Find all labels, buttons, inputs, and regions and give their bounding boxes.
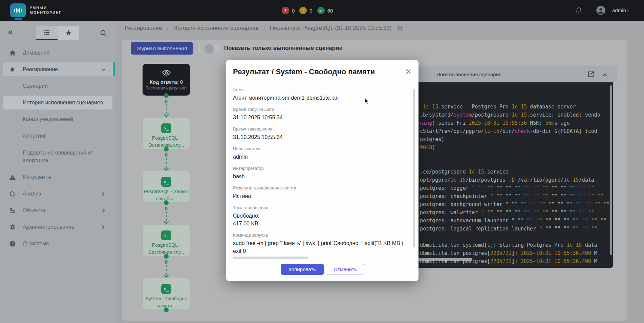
- warning-status-icon[interactable]: !: [299, 7, 307, 14]
- flow-connector: 0: [163, 149, 169, 171]
- chevron-right-icon: [100, 191, 106, 197]
- sidebar-item-label: Сценарии: [23, 82, 48, 90]
- critical-status-icon[interactable]: !: [282, 7, 289, 14]
- arrow-down-icon: [163, 114, 169, 117]
- log-line: postgres: autovacuum launcher " "" "" ""…: [420, 217, 613, 225]
- modal-field: АгентАгент мониторинга sm-dem1-dbms1.ite…: [233, 87, 412, 102]
- breadcrumb-item[interactable]: История исполнения сценариев: [173, 25, 259, 32]
- sidebar-item-label: Анализ: [23, 190, 41, 198]
- flow-connector: 0: [163, 96, 169, 117]
- step-node[interactable]: >_PosgtreSQL - Остановка слу...: [143, 117, 190, 149]
- field-label: Пользователь: [233, 146, 412, 151]
- field-value: Свободно: 417.00 KB: [233, 212, 412, 227]
- ok-status-icon[interactable]: [317, 7, 325, 14]
- sidebar-item[interactable]: Сценарии: [0, 78, 115, 94]
- terminal-vertical-scrollbar[interactable]: [610, 85, 612, 255]
- sidebar-item[interactable]: Анализ: [0, 185, 115, 202]
- edge-label: 0: [165, 259, 168, 265]
- breadcrumb-item[interactable]: Реагирование: [125, 25, 162, 32]
- active-section-indicator: [113, 62, 115, 76]
- modal-vertical-scrollbar[interactable]: [413, 89, 415, 247]
- warning-icon: [9, 174, 16, 181]
- sidebar-item[interactable]: ?О системе: [0, 235, 115, 252]
- executed-only-toggle[interactable]: [206, 45, 219, 52]
- modal-footer: Копировать Отменить: [233, 264, 412, 275]
- log-line: .b/systemd/system/postgrespro-1c-15.serv…: [420, 111, 613, 119]
- sidebar-item-label: Подавление оповещений от алертинга: [23, 149, 101, 164]
- step-node[interactable]: >_System - Свободно памяти...: [143, 278, 190, 310]
- home-icon: [9, 49, 16, 56]
- open-in-new-icon[interactable]: [587, 70, 595, 78]
- log-line: -1c-15.service — Postgres Pro 1c 15 data…: [420, 103, 613, 111]
- edge-dashed-line: [166, 265, 167, 275]
- eye-icon: [162, 68, 171, 77]
- log-line: dbms1.ite.lan postgres[2205722]: 2025-10…: [420, 249, 613, 257]
- notifications-bell-icon[interactable]: [575, 6, 583, 15]
- list-icon: [43, 29, 50, 38]
- field-label: Результат выполнения скрипта: [233, 185, 412, 190]
- breadcrumb-separator: ›: [263, 25, 265, 31]
- sidebar-item[interactable]: Домашняя: [0, 44, 115, 61]
- step-node[interactable]: >_PosgtreSQL - Состояние слу...: [143, 224, 190, 256]
- sidebar-item-label: О системе: [23, 240, 49, 247]
- sidebar-item[interactable]: Канал уведомлений: [0, 111, 115, 127]
- sidebar-item-label: Объекты: [23, 206, 45, 214]
- flow-connector: [164, 310, 169, 314]
- chevron-up-icon[interactable]: [601, 72, 608, 79]
- terminal-icon: >_: [161, 284, 171, 294]
- log-line: [420, 160, 613, 168]
- log-line: postgres: logical replication launcher "…: [420, 225, 613, 233]
- log-panel-header: Логи выполнения сценария: [406, 66, 617, 82]
- nav-row-highlight: [3, 129, 115, 143]
- field-value: 31.10.2025 10:55:34: [233, 133, 412, 141]
- question-icon: ?: [9, 240, 16, 247]
- edge-dashed-line: [166, 211, 167, 221]
- tab-menu-list[interactable]: [36, 26, 58, 40]
- search-icon[interactable]: [100, 29, 107, 38]
- modal-field: Команда запускаsudo free -m | grep 'Памя…: [233, 233, 412, 259]
- tab-favorites[interactable]: [58, 26, 79, 40]
- tree-icon: [9, 207, 16, 214]
- flow-port-dot: [164, 254, 169, 259]
- breadcrumb-item[interactable]: Перезапуск PosgtreSQL (31.10.2025 10:55:…: [270, 25, 392, 32]
- result-node[interactable]: Код ответа: 0Посмотреть результат: [143, 64, 190, 96]
- modal-fields: АгентАгент мониторинга sm-dem1-dbms1.ite…: [233, 87, 412, 259]
- sidebar-item[interactable]: Администрирование: [0, 219, 115, 235]
- cancel-button[interactable]: Отменить: [327, 264, 364, 275]
- pie-icon: [9, 190, 16, 197]
- user-name[interactable]: admin: [612, 7, 626, 13]
- modal-field: Интерпретаторbash: [233, 166, 412, 180]
- user-avatar[interactable]: [596, 5, 606, 17]
- sidebar-item[interactable]: Алертинг: [0, 127, 115, 144]
- chevron-right-icon: [100, 224, 106, 230]
- step-node[interactable]: >_PosgtreSQL - Запуск службы...: [143, 171, 190, 203]
- sidebar-item[interactable]: Инциденты: [0, 169, 115, 185]
- field-label: Интерпретатор: [233, 166, 412, 171]
- edge-dashed-line: [166, 104, 167, 114]
- copy-button[interactable]: Копировать: [281, 264, 324, 275]
- favorite-star-icon[interactable]: [396, 25, 403, 32]
- nav-row-highlight: [3, 79, 115, 93]
- flow-port-dot: [164, 307, 169, 312]
- journal-button[interactable]: Журнал выполнения: [131, 42, 193, 55]
- arrow-down-icon: [163, 167, 169, 171]
- edge-label: 0: [165, 98, 168, 104]
- sidebar-item[interactable]: !Реагирование: [0, 61, 115, 78]
- breadcrumb: Реагирование›История исполнения сценарие…: [125, 25, 403, 32]
- breadcrumb-separator: ›: [167, 25, 169, 31]
- command-horizontal-scrollbar[interactable]: [233, 257, 308, 259]
- nav-row-highlight: [3, 237, 115, 250]
- svg-text:?: ?: [12, 242, 14, 246]
- close-icon[interactable]: [405, 68, 412, 75]
- sidebar-item[interactable]: Объекты: [0, 202, 115, 219]
- user-menu-chevron-icon[interactable]: ›: [627, 7, 629, 13]
- app-logo-icon[interactable]: [10, 3, 26, 17]
- flow-connector: 0: [163, 256, 169, 278]
- flow-port-dot: [164, 93, 169, 98]
- log-line: opt/pgpro/1c-15/bin/postgres -D /var/lib…: [420, 176, 613, 184]
- sidebar-item[interactable]: Подавление оповещений от алертинга: [0, 144, 115, 169]
- modal-field: Текст сообщенияСвободно: 417.00 KB: [233, 205, 412, 227]
- sidebar-collapse-button[interactable]: «: [8, 28, 13, 35]
- sidebar-item[interactable]: История исполнения сценариев: [0, 94, 115, 111]
- status-counters: ! 0 ! 0 60: [282, 0, 333, 21]
